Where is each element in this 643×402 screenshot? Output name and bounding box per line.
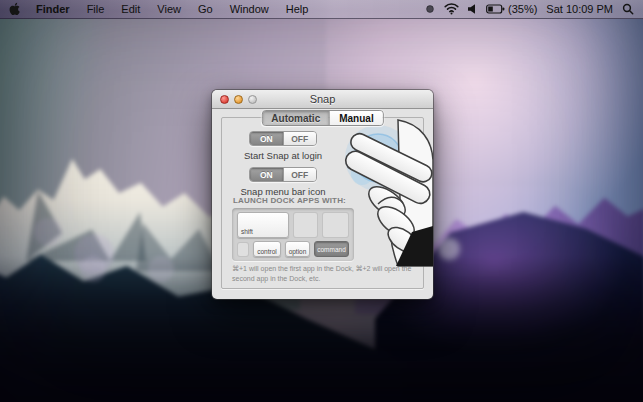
command-key-selected[interactable]: command xyxy=(314,241,349,257)
shift-key[interactable]: shift xyxy=(237,212,289,238)
desktop: Finder File Edit View Go Window Help xyxy=(0,0,643,402)
menu-icon-on[interactable]: ON xyxy=(250,168,283,181)
lens-flare xyxy=(148,256,174,282)
menu-icon-toggle: ON OFF xyxy=(249,167,317,182)
start-login-toggle: ON OFF xyxy=(249,131,317,146)
help-text: ⌘+1 will open the first app in the Dock,… xyxy=(232,264,424,284)
lens-flare xyxy=(80,256,106,282)
snap-window: Snap Automatic Manual ON OFF Start Snap … xyxy=(212,90,433,299)
control-key[interactable]: control xyxy=(253,241,281,257)
snap-dot-icon[interactable] xyxy=(425,4,435,14)
wifi-icon[interactable] xyxy=(444,3,459,15)
menu-bar: Finder File Edit View Go Window Help xyxy=(0,0,643,19)
ghost-key[interactable] xyxy=(237,242,249,257)
title-bar[interactable]: Snap xyxy=(212,90,433,109)
start-login-label: Start Snap at login xyxy=(232,150,334,161)
menu-view[interactable]: View xyxy=(155,3,183,15)
battery-percent: (35%) xyxy=(508,3,537,15)
lens-flare xyxy=(438,238,460,260)
menu-finder[interactable]: Finder xyxy=(34,3,72,15)
menu-icon-off[interactable]: OFF xyxy=(283,168,317,181)
launch-heading: LAUNCH DOCK APPS WITH: xyxy=(233,196,358,205)
lens-flare xyxy=(34,218,62,246)
battery-icon[interactable] xyxy=(486,4,505,14)
window-title: Snap xyxy=(212,93,433,105)
ghost-key[interactable] xyxy=(322,212,349,238)
spotlight-icon[interactable] xyxy=(622,3,634,15)
menu-help[interactable]: Help xyxy=(284,3,311,15)
volume-icon[interactable] xyxy=(468,4,477,14)
tab-manual[interactable]: Manual xyxy=(330,111,382,125)
menu-window[interactable]: Window xyxy=(228,3,271,15)
menu-go[interactable]: Go xyxy=(196,3,215,15)
mode-tabs: Automatic Manual xyxy=(261,110,383,126)
toggle-column: ON OFF Start Snap at login ON OFF Snap m… xyxy=(232,131,334,203)
menu-edit[interactable]: Edit xyxy=(119,3,142,15)
menu-clock[interactable]: Sat 10:09 PM xyxy=(546,3,613,15)
modifier-key-panel: shift control option command xyxy=(232,208,354,261)
tab-automatic[interactable]: Automatic xyxy=(262,111,330,125)
start-login-on[interactable]: ON xyxy=(250,132,283,145)
launch-section: LAUNCH DOCK APPS WITH: shift control opt… xyxy=(232,196,358,261)
option-key[interactable]: option xyxy=(285,241,310,257)
menu-file[interactable]: File xyxy=(85,3,107,15)
start-login-off[interactable]: OFF xyxy=(283,132,317,145)
ghost-key[interactable] xyxy=(293,212,318,238)
apple-menu-icon[interactable] xyxy=(9,1,21,17)
